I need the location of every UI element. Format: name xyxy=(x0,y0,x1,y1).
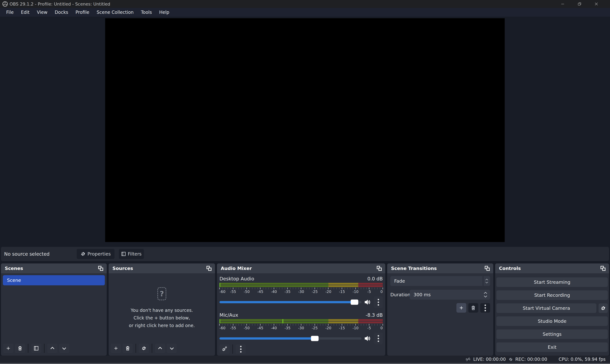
settings-button[interactable]: Settings xyxy=(497,329,608,339)
popout-icon[interactable] xyxy=(600,265,606,271)
remove-scene-button[interactable] xyxy=(15,344,25,353)
transitions-panel-body: Fade Duration 300 ms xyxy=(387,273,493,356)
record-off-icon xyxy=(508,357,513,362)
preview-canvas[interactable] xyxy=(105,18,505,242)
rec-status: REC: 00:00:00 xyxy=(508,357,547,362)
kebab-icon xyxy=(378,299,379,306)
duration-spinbox[interactable]: 300 ms xyxy=(410,290,490,299)
remove-transition-button[interactable] xyxy=(468,303,478,312)
move-source-down-button[interactable] xyxy=(167,344,177,353)
add-transition-button[interactable] xyxy=(457,303,466,312)
cpu-status: CPU: 0.0%, 59.94 fps xyxy=(559,357,606,362)
studio-mode-button[interactable]: Studio Mode xyxy=(497,316,608,326)
volume-slider-handle[interactable] xyxy=(311,336,319,341)
advanced-audio-button[interactable] xyxy=(220,344,230,354)
scene-filters-button[interactable] xyxy=(31,344,41,353)
volume-slider-fill xyxy=(220,337,316,339)
transition-select[interactable]: Fade xyxy=(390,276,490,286)
empty-state-line: or right click here to add one. xyxy=(129,322,195,329)
mixer-channel-mic: Mic/Aux -8.3 dB -60-55-50-45-40-35-30-25… xyxy=(220,312,383,344)
menu-item[interactable]: Help xyxy=(155,8,173,17)
move-scene-up-button[interactable] xyxy=(47,344,57,353)
chevron-up-icon xyxy=(485,278,488,281)
scenes-panel: Scenes Scene xyxy=(1,263,107,356)
gear-icon xyxy=(81,251,86,257)
menu-item[interactable]: Docks xyxy=(51,8,72,17)
channel-options-button[interactable] xyxy=(374,333,383,344)
popout-icon[interactable] xyxy=(376,265,382,271)
volume-slider[interactable] xyxy=(220,337,361,339)
window-bottom-edge xyxy=(0,363,610,364)
move-source-up-button[interactable] xyxy=(155,344,165,353)
restore-button[interactable] xyxy=(576,1,583,7)
meter-scale: -60-55-50-45-40-35-30-25-20-15-10-50 xyxy=(220,287,383,295)
start-streaming-button[interactable]: Start Streaming xyxy=(497,277,608,287)
mixer-options-button[interactable] xyxy=(236,344,246,354)
source-properties-button[interactable] xyxy=(139,344,149,353)
sources-empty-text: You don't have any sources.Click the + b… xyxy=(129,307,195,329)
transition-options-button[interactable] xyxy=(480,303,490,312)
plus-icon xyxy=(113,346,119,351)
close-icon xyxy=(594,2,598,6)
menu-item[interactable]: Profile xyxy=(72,8,93,17)
toolbar-separator xyxy=(44,344,45,353)
speaker-icon[interactable] xyxy=(364,299,371,305)
audio-mixer-body: Desktop Audio 0.0 dB -60-55-50-45-40-35-… xyxy=(217,273,385,356)
start-recording-button[interactable]: Start Recording xyxy=(497,290,608,300)
menu-item[interactable]: Tools xyxy=(137,8,155,17)
meter-tick-labels: -60-55-50-45-40-35-30-25-20-15-10-50 xyxy=(220,326,383,331)
channel-options-button[interactable] xyxy=(374,296,383,308)
meter-bar-right xyxy=(220,285,383,287)
volume-slider-handle[interactable] xyxy=(351,299,358,305)
move-scene-down-button[interactable] xyxy=(59,344,69,353)
properties-button[interactable]: Properties xyxy=(77,249,114,259)
volume-slider[interactable] xyxy=(220,301,361,303)
virtual-camera-config-button[interactable] xyxy=(598,303,608,313)
volume-slider-fill xyxy=(220,301,356,303)
duration-spinner[interactable] xyxy=(482,292,490,298)
toolbar-separator xyxy=(152,344,152,353)
transition-select-spinner[interactable] xyxy=(483,276,490,286)
mixer-channel-desktop: Desktop Audio 0.0 dB -60-55-50-45-40-35-… xyxy=(220,275,383,308)
close-button[interactable] xyxy=(593,1,600,7)
minimize-button[interactable] xyxy=(559,1,566,7)
popout-icon[interactable] xyxy=(484,265,490,271)
scenes-toolbar xyxy=(1,342,107,356)
menu-item[interactable]: Scene Collection xyxy=(93,8,137,17)
toolbar-separator xyxy=(232,344,233,354)
filters-button[interactable]: Filters xyxy=(119,249,144,259)
popout-icon[interactable] xyxy=(206,265,212,271)
live-time: LIVE: 00:00:00 xyxy=(473,357,506,362)
gear-icon xyxy=(600,305,606,311)
trash-icon xyxy=(125,346,130,351)
canvas-area xyxy=(0,17,610,247)
scenes-panel-title: Scenes xyxy=(5,266,23,271)
empty-state-line: You don't have any sources. xyxy=(129,307,195,314)
meter-ruler xyxy=(220,287,383,289)
scene-list-item[interactable]: Scene xyxy=(3,275,105,285)
empty-state-line: Click the + button below, xyxy=(129,314,195,322)
kebab-icon xyxy=(378,335,379,342)
unknown-source-icon: ? xyxy=(157,287,166,300)
menu-item[interactable]: File xyxy=(2,8,17,17)
menu-item[interactable]: Edit xyxy=(17,8,33,17)
kebab-icon xyxy=(240,346,242,352)
menu-item[interactable]: View xyxy=(33,8,51,17)
remove-source-button[interactable] xyxy=(123,344,133,353)
add-scene-button[interactable] xyxy=(3,344,13,353)
controls-panel: Controls Start Streaming Start Recording… xyxy=(495,263,609,356)
controls-panel-body: Start Streaming Start Recording Start Vi… xyxy=(495,273,609,356)
popout-icon[interactable] xyxy=(98,265,104,271)
sources-panel-body[interactable]: ? You don't have any sources.Click the +… xyxy=(109,273,215,356)
start-virtual-camera-button[interactable]: Start Virtual Camera xyxy=(497,303,596,313)
exit-button[interactable]: Exit xyxy=(497,342,608,352)
add-source-button[interactable] xyxy=(111,344,121,353)
sources-toolbar xyxy=(109,342,215,356)
speaker-icon[interactable] xyxy=(364,335,371,342)
chevron-down-icon xyxy=(169,346,174,351)
gear-icon xyxy=(141,346,146,351)
transitions-panel-title: Scene Transitions xyxy=(391,266,437,271)
minimize-icon xyxy=(561,2,565,6)
stream-off-icon xyxy=(465,357,471,362)
meter-bar-left xyxy=(220,319,383,321)
